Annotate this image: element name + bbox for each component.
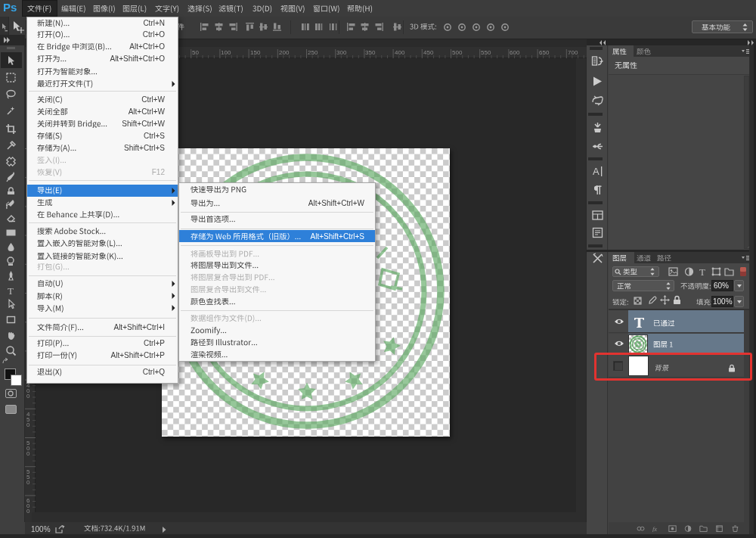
svg-text:A: A — [593, 166, 600, 177]
svg-text:fx: fx — [652, 525, 657, 532]
svg-text:T: T — [699, 266, 705, 277]
svg-text:T: T — [8, 285, 14, 297]
